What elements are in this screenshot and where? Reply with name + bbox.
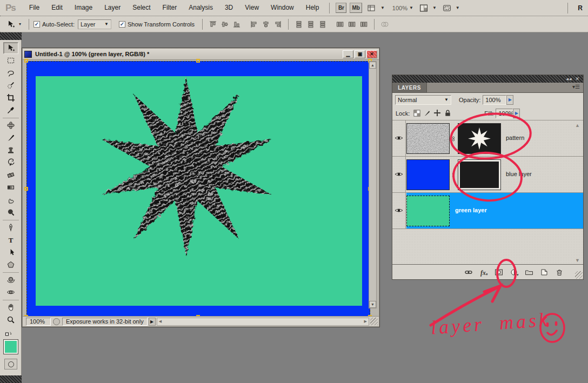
menu-image[interactable]: Image (69, 0, 98, 16)
minimize-button[interactable]: ▁ (343, 50, 353, 58)
menu-3d[interactable]: 3D (219, 0, 239, 16)
rectangular-marquee-tool[interactable] (3, 55, 18, 66)
lock-transparency-icon[interactable] (413, 109, 421, 117)
lasso-tool[interactable] (3, 67, 18, 79)
pen-tool[interactable] (3, 221, 18, 233)
menu-edit[interactable]: Edit (45, 0, 69, 16)
show-transform-checkbox[interactable]: ✓ (119, 21, 125, 28)
type-tool[interactable]: T (3, 234, 18, 246)
menu-help[interactable]: Help (300, 0, 325, 16)
align-bottom-edges-icon[interactable] (232, 20, 241, 29)
status-zoom-value[interactable]: 100% (26, 318, 51, 326)
lock-position-icon[interactable] (433, 109, 442, 117)
panel-resize-grip[interactable] (575, 271, 583, 279)
visibility-toggle[interactable] (392, 157, 406, 192)
hand-tool[interactable] (3, 301, 18, 313)
path-selection-tool[interactable] (3, 246, 18, 258)
fill-value[interactable]: 100% (496, 109, 513, 118)
blend-mode-dropdown[interactable]: Normal ▼ (395, 95, 451, 105)
layer-row-blue-layer[interactable]: blue layer (392, 157, 583, 193)
shape-tool[interactable] (3, 259, 18, 271)
layer-thumbnail[interactable] (406, 123, 450, 154)
distribute-right-edges-icon[interactable] (359, 20, 368, 29)
foreground-color-swatch[interactable] (3, 339, 18, 354)
panel-titlebar[interactable]: ◂◂ ✕ (392, 75, 583, 83)
layer-row-body[interactable]: blue layer (406, 157, 583, 192)
link-layers-button[interactable] (463, 267, 475, 277)
distribute-top-edges-icon[interactable] (295, 20, 303, 29)
canvas-green-area[interactable] (36, 76, 362, 306)
horizontal-scrollbar[interactable]: ◀ ▶ (157, 318, 369, 326)
add-layer-mask-button[interactable] (493, 267, 505, 277)
fill-spinner[interactable]: ▶ (513, 109, 520, 118)
layer-row-pattern[interactable]: pattern (392, 120, 583, 157)
spot-healing-brush-tool[interactable] (3, 119, 18, 131)
chevron-down-icon[interactable]: ▼ (456, 5, 460, 10)
distribute-horizontal-centers-icon[interactable] (348, 20, 356, 29)
align-horizontal-centers-icon[interactable] (262, 20, 270, 29)
layer-thumbnail[interactable] (406, 196, 450, 226)
scroll-down-icon[interactable]: ▼ (575, 258, 580, 263)
menu-window[interactable]: Window (265, 0, 300, 16)
align-left-edges-icon[interactable] (250, 20, 258, 29)
layer-mask-thumbnail[interactable] (458, 159, 501, 190)
close-panel-icon[interactable]: ✕ (575, 76, 580, 82)
gradient-tool[interactable] (3, 182, 18, 193)
align-top-edges-icon[interactable] (209, 20, 217, 29)
3d-rotate-tool[interactable] (3, 274, 18, 286)
status-options-button[interactable]: ▶ (149, 318, 156, 326)
history-brush-tool[interactable] (3, 157, 18, 169)
move-tool[interactable] (3, 42, 18, 54)
panel-menu-icon[interactable]: ▾☰ (572, 83, 583, 92)
auto-select-target-dropdown[interactable]: Layer ▼ (78, 19, 111, 29)
visibility-toggle[interactable] (392, 120, 406, 156)
chevron-down-icon[interactable]: ▼ (432, 5, 437, 10)
layer-row-green-layer[interactable]: green layer (392, 193, 583, 229)
chevron-down-icon[interactable]: ▼ (380, 5, 385, 10)
close-button[interactable]: ✕ (366, 50, 377, 58)
auto-align-layers-icon[interactable] (380, 20, 389, 29)
menu-view[interactable]: View (239, 0, 265, 16)
resize-grip[interactable] (370, 318, 378, 325)
layer-thumbnail[interactable] (406, 159, 450, 190)
transform-handle[interactable] (24, 187, 28, 191)
new-adjustment-layer-button[interactable]: ▾ (508, 267, 520, 277)
align-vertical-centers-icon[interactable] (220, 20, 229, 29)
eyedropper-tool[interactable] (3, 104, 18, 116)
zoom-tool[interactable] (3, 314, 18, 326)
clone-stamp-tool[interactable] (3, 144, 18, 156)
chevron-down-icon[interactable]: ▼ (409, 5, 413, 10)
document-titlebar[interactable]: Untitled-1 @ 100% (green layer, RGB/8) *… (23, 49, 379, 60)
visibility-toggle[interactable] (392, 193, 406, 229)
canvas[interactable] (26, 61, 370, 317)
launch-bridge-button[interactable]: Br (336, 3, 346, 13)
scroll-down-button[interactable]: ▼ (369, 301, 376, 308)
zoom-level-value[interactable]: 100% (392, 5, 407, 11)
distribute-vertical-centers-icon[interactable] (306, 20, 315, 29)
lock-all-icon[interactable] (444, 109, 452, 117)
layer-mask-thumbnail[interactable] (458, 123, 501, 154)
tab-layers[interactable]: LAYERS (392, 83, 427, 92)
lock-pixels-icon[interactable] (423, 109, 431, 117)
scroll-up-button[interactable]: ▲ (369, 62, 376, 69)
view-extras-icon[interactable] (366, 4, 377, 12)
arrange-documents-icon[interactable] (419, 4, 429, 12)
palette-grip[interactable] (0, 375, 22, 383)
menu-file[interactable]: File (23, 0, 45, 16)
eraser-tool[interactable] (3, 169, 18, 181)
quick-selection-tool[interactable] (3, 79, 18, 91)
scroll-right-button[interactable]: ▶ (364, 319, 369, 324)
transform-handle[interactable] (196, 59, 200, 63)
new-layer-button[interactable] (538, 267, 550, 277)
transform-handle[interactable] (24, 59, 28, 63)
palette-grip[interactable] (0, 32, 22, 40)
new-group-button[interactable] (523, 267, 535, 277)
launch-mini-bridge-button[interactable]: Mb (350, 3, 362, 13)
menu-filter[interactable]: Filter (157, 0, 183, 16)
screen-mode-icon[interactable] (442, 4, 452, 12)
brush-tool[interactable] (3, 132, 18, 144)
smudge-tool[interactable] (3, 194, 18, 206)
scroll-left-button[interactable]: ◀ (157, 319, 162, 324)
menu-layer[interactable]: Layer (98, 0, 126, 16)
delete-layer-button[interactable] (553, 267, 565, 277)
